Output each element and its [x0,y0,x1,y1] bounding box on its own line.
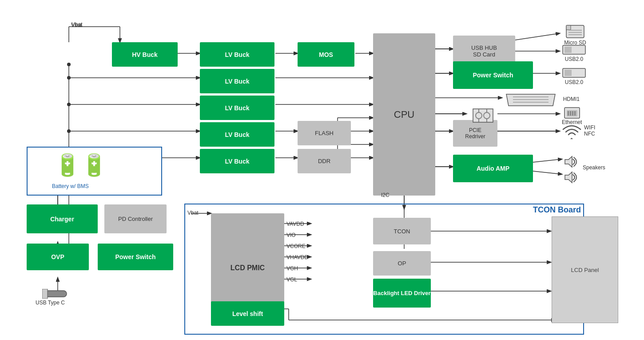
micro-sd-container: Micro SD [564,24,586,45]
speaker2-icon [564,171,580,184]
vcore-label: VCORE [286,243,306,249]
svg-rect-69 [568,30,582,31]
svg-point-63 [67,76,71,80]
battery-box: 🔋🔋 Battery w/ BMS [27,147,162,196]
svg-point-65 [67,129,71,133]
svg-line-35 [533,159,562,162]
op-block: OP [373,251,431,276]
vgl-label: VGL [286,276,297,283]
vio-label: VIO [286,232,296,238]
ovp-block: OVP [27,244,89,270]
cpu-block: CPU [373,33,435,196]
svg-rect-96 [42,289,48,299]
vavdd-label: VAVDD [286,221,304,227]
ddr-block: DDR [298,149,351,173]
mos-block: MOS [298,42,354,67]
svg-rect-73 [564,47,572,53]
speaker2-container [564,171,580,185]
backlight-led-block: Backlight LED Driver [373,279,431,308]
ethernet-icon-inner [471,107,495,126]
lv-buck-4-block: LV Buck [200,122,274,147]
audio-amp-block: Audio AMP [453,155,533,182]
svg-rect-75 [564,70,572,76]
lcd-panel-block: LCD Panel [552,216,618,323]
svg-rect-90 [570,111,571,116]
svg-rect-71 [568,34,582,35]
svg-point-62 [67,63,71,66]
micro-sd-icon [564,24,586,39]
svg-rect-91 [572,111,573,116]
wifi-nfc-container: WIFI NFC [562,122,582,140]
usb2-top-icon [562,44,586,56]
speakers-label: Speakers [583,164,605,171]
usb2-bot-container: USB2.0 [562,67,586,85]
wifi-icon [562,122,582,140]
svg-line-30 [515,33,560,40]
charger-block: Charger [27,204,98,233]
svg-rect-68 [566,25,571,30]
svg-line-36 [533,171,562,174]
usb2-bot-icon [562,67,586,79]
i2c-label: I2C [381,192,390,198]
battery-icon: 🔋🔋 [54,153,107,178]
vgh-label: VGH [286,265,298,272]
pd-controller-block: PD Controller [104,204,167,233]
svg-rect-92 [574,111,576,116]
flash-block: FLASH [298,121,351,145]
hv-buck-block: HV Buck [112,42,178,67]
level-shift-block: Level shift [211,301,284,326]
lv-buck-2-block: LV Buck [200,69,274,93]
lv-buck-3-block: LV Buck [200,96,274,120]
usb2-top-container: USB2.0 [562,44,586,62]
block-diagram: Vbat HV Buck LV Buck LV Buck LV Buck LV … [0,0,644,340]
svg-rect-70 [568,32,582,33]
svg-marker-93 [565,156,572,167]
usbc-label: USB Type C [36,300,65,306]
lv-buck-5-block: LV Buck [200,149,274,173]
usbc-icon [42,289,69,299]
ethernet-rj45-icon [564,107,580,119]
vbat-bot-label: Vbat [187,210,199,216]
vhavdd-label: VHAVDD [286,254,308,260]
usbc-container: USB Type C [42,289,69,300]
lv-buck-1-block: LV Buck [200,42,274,67]
speaker1-container [564,156,580,170]
vbat-label: Vbat [72,21,83,28]
tcon-block: TCON [373,218,431,244]
tcon-board-label: TCON Board [533,205,581,215]
svg-rect-89 [568,111,569,116]
power-switch-bot-block: Power Switch [98,244,173,270]
svg-point-64 [67,103,71,106]
hdmi1-container: HDMI1 [504,93,557,108]
speaker1-icon [564,156,580,168]
battery-bms-label: Battery w/ BMS [52,183,89,189]
svg-marker-94 [565,172,572,183]
power-switch-top-block: Power Switch [453,61,533,89]
hdmi1-icon [504,93,557,107]
